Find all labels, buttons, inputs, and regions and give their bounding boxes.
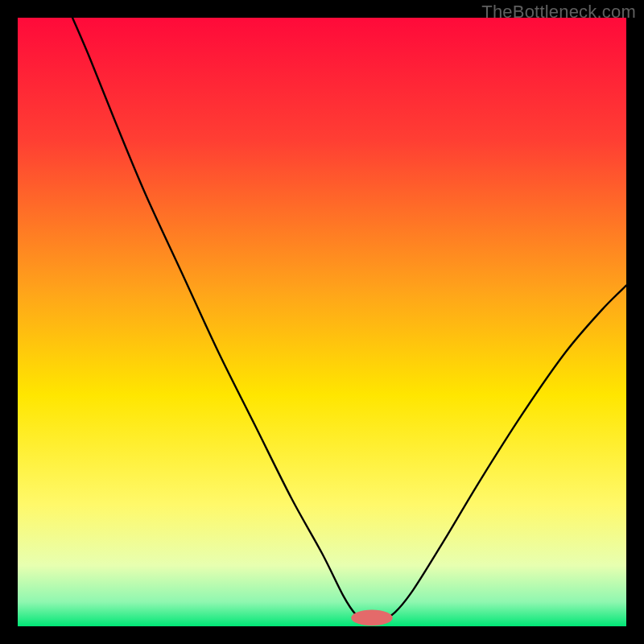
chart-frame <box>18 18 626 626</box>
optimal-marker <box>351 610 392 626</box>
bottleneck-chart <box>18 18 626 626</box>
credit-text: TheBottleneck.com <box>481 2 636 23</box>
gradient-background <box>18 18 626 626</box>
